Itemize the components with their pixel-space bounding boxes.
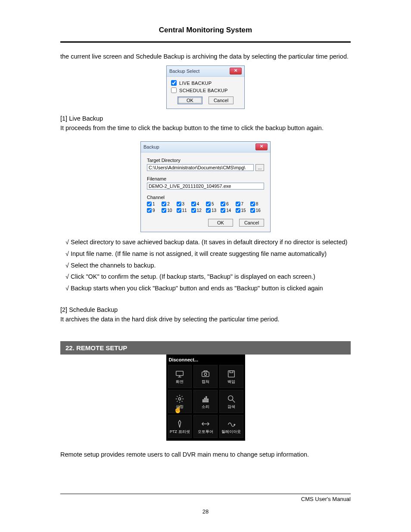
footer-rule (60, 494, 351, 494)
close-button[interactable]: ✕ (255, 143, 268, 150)
channel-6[interactable]: 6 (221, 202, 234, 206)
remote-relay-out-button[interactable]: 릴레이아웃 (219, 415, 243, 438)
remote-capture-button[interactable]: 캡쳐 (193, 365, 218, 388)
relay-out-icon (227, 420, 236, 428)
backup-cancel-button[interactable]: Cancel (239, 219, 264, 227)
channel-4[interactable]: 4 (191, 202, 205, 206)
channel-14[interactable]: 14 (221, 208, 234, 213)
channel-checkbox-1[interactable] (147, 202, 152, 206)
backup-icon (227, 370, 236, 378)
channel-checkbox-5[interactable] (206, 202, 211, 206)
channel-15[interactable]: 15 (236, 208, 249, 213)
channel-checkbox-12[interactable] (191, 208, 196, 213)
channel-10[interactable]: 10 (162, 208, 175, 213)
dialog-titlebar: Backup Select ✕ (167, 66, 244, 77)
svg-point-4 (204, 373, 207, 376)
page-number: 28 (60, 508, 351, 515)
channel-13[interactable]: 13 (206, 208, 220, 213)
channel-1[interactable]: 1 (147, 202, 161, 206)
channel-checkbox-10[interactable] (162, 208, 166, 213)
target-dir-label: Target Directory (147, 158, 264, 163)
remote-setup-button[interactable]: 설정☝ (168, 390, 192, 413)
channel-checkbox-14[interactable] (221, 208, 225, 213)
channel-16[interactable]: 16 (250, 208, 264, 213)
svg-rect-9 (203, 399, 204, 402)
remote-setup-panel: Disconnect... 화면캡쳐백업설정☝소리검색PTZ 프리셋오토투어릴레… (166, 355, 245, 441)
channel-7[interactable]: 7 (236, 202, 249, 206)
schedule-backup-checkbox[interactable] (171, 87, 177, 93)
cancel-button[interactable]: Cancel (209, 96, 234, 104)
live-backup-label: LIVE BACKUP (179, 81, 212, 86)
ptz-preset-icon (175, 420, 184, 428)
channel-9[interactable]: 9 (147, 208, 161, 213)
svg-rect-10 (204, 398, 205, 402)
remote-cell-label: 화면 (176, 380, 184, 384)
channel-checkbox-13[interactable] (206, 208, 211, 213)
remote-cell-label: 소리 (202, 405, 209, 409)
backup-ok-button[interactable]: OK (208, 219, 233, 227)
channel-checkbox-3[interactable] (177, 202, 181, 206)
channel-checkbox-9[interactable] (147, 208, 152, 213)
footer-manual: CMS User's Manual (60, 496, 351, 502)
svg-line-14 (232, 400, 235, 402)
search-icon (227, 395, 236, 403)
svg-rect-12 (208, 399, 209, 402)
list-item: √ Backup starts when you click "Backup" … (65, 283, 351, 294)
remote-setup-section-title: 22. REMOTE SETUP (60, 341, 351, 355)
live-backup-option[interactable]: LIVE BACKUP (171, 80, 240, 86)
remote-cell-label: 백업 (227, 380, 235, 384)
target-dir-input[interactable] (147, 164, 254, 171)
remote-cell-label: 릴레이아웃 (221, 430, 241, 434)
svg-rect-5 (204, 370, 207, 372)
channel-12[interactable]: 12 (191, 208, 205, 213)
channel-checkbox-6[interactable] (221, 202, 225, 206)
svg-point-16 (234, 424, 235, 425)
svg-rect-0 (176, 371, 184, 375)
channel-11[interactable]: 11 (177, 208, 190, 213)
backup-dialog-title: Backup (143, 144, 159, 149)
capture-icon (201, 370, 210, 378)
remote-search-button[interactable]: 검색 (219, 390, 243, 413)
channel-checkbox-8[interactable] (250, 202, 255, 206)
channel-2[interactable]: 2 (162, 202, 175, 206)
list-item: √ Select directory to save achieved back… (65, 236, 351, 248)
remote-screen-button[interactable]: 화면 (168, 365, 192, 388)
dialog-title: Backup Select (169, 68, 199, 74)
channel-checkbox-11[interactable] (177, 208, 181, 213)
remote-cell-label: PTZ 프리셋 (170, 430, 190, 434)
channel-checkbox-2[interactable] (162, 202, 166, 206)
channel-checkbox-15[interactable] (236, 208, 240, 213)
remote-sound-button[interactable]: 소리 (193, 390, 218, 413)
auto-tour-icon (201, 420, 210, 428)
channel-checkbox-4[interactable] (191, 202, 196, 206)
section1-desc: It proceeds from the time to click the b… (60, 122, 351, 134)
ok-button[interactable]: OK (177, 96, 202, 104)
list-item: √ Input file name. (If file name is not … (65, 248, 351, 260)
remote-ptz-preset-button[interactable]: PTZ 프리셋 (168, 415, 192, 438)
svg-point-8 (179, 398, 181, 400)
svg-rect-3 (202, 372, 209, 376)
channel-checkbox-16[interactable] (250, 208, 255, 213)
svg-rect-11 (206, 396, 207, 402)
svg-rect-6 (228, 370, 234, 377)
setup-icon (175, 395, 184, 403)
channel-3[interactable]: 3 (177, 202, 190, 206)
section2-heading: [2] Schedule Backup (60, 306, 351, 313)
channel-8[interactable]: 8 (250, 202, 264, 206)
screen-icon (175, 370, 184, 378)
section2-desc: It archives the data in the hard disk dr… (60, 313, 351, 326)
remote-auto-tour-button[interactable]: 오토투어 (193, 415, 218, 438)
remote-cell-label: 검색 (227, 405, 235, 409)
filename-label: Filename (147, 176, 264, 181)
browse-button[interactable]: ... (255, 164, 264, 171)
schedule-backup-option[interactable]: SCHEDULE BACKUP (171, 87, 240, 93)
channel-5[interactable]: 5 (206, 202, 220, 206)
filename-input[interactable] (147, 183, 264, 190)
live-backup-checkbox[interactable] (171, 80, 177, 86)
header-rule (60, 41, 351, 43)
close-button[interactable]: ✕ (230, 68, 242, 75)
channel-checkbox-7[interactable] (236, 202, 240, 206)
remote-cell-label: 캡쳐 (202, 380, 209, 384)
remote-backup-button[interactable]: 백업 (219, 365, 243, 388)
section1-heading: [1] Live Backup (60, 115, 351, 122)
